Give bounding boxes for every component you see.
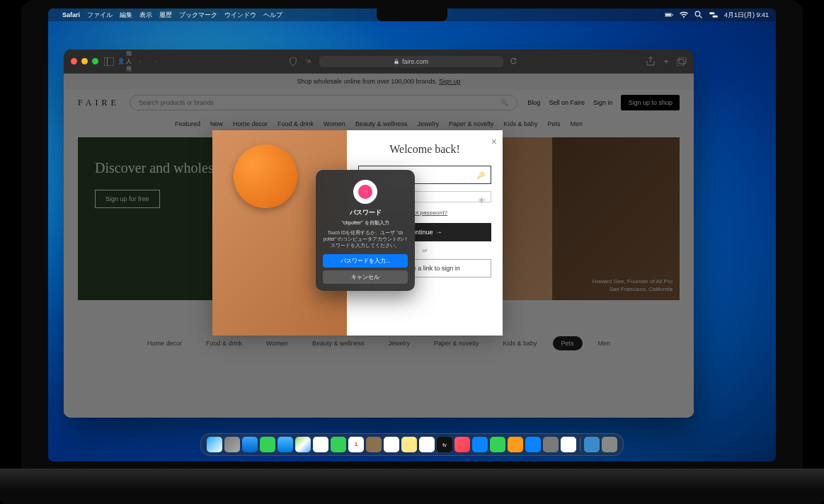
dock-settings[interactable] <box>543 437 559 452</box>
dock-reminders[interactable] <box>384 437 399 452</box>
share-icon[interactable] <box>646 57 656 67</box>
dock-facetime[interactable] <box>331 437 346 452</box>
login-title: Welcome back! <box>358 143 491 156</box>
menubar-file[interactable]: ファイル <box>87 11 113 20</box>
lock-icon <box>394 59 399 64</box>
menubar-bookmarks[interactable]: ブックマーク <box>179 11 217 20</box>
svg-rect-6 <box>712 16 718 18</box>
dock-appstore[interactable] <box>525 437 541 452</box>
svg-rect-5 <box>709 12 715 14</box>
dock-safari[interactable] <box>242 437 258 452</box>
menubar-window[interactable]: ウインドウ <box>224 11 256 20</box>
menubar-app-name[interactable]: Safari <box>62 11 80 18</box>
dock-trash[interactable] <box>602 437 617 452</box>
traffic-lights <box>71 58 98 64</box>
dock-notes[interactable] <box>401 437 417 452</box>
touchid-icon <box>353 180 377 204</box>
dialog-description: Touch IDを使用するか、ユーザ "cb potter" のコンピュータアカ… <box>323 229 408 248</box>
svg-rect-10 <box>677 59 684 66</box>
back-button[interactable]: ‹ <box>135 57 145 67</box>
wifi-icon[interactable] <box>680 11 688 19</box>
spotlight-icon[interactable] <box>694 11 703 19</box>
svg-rect-1 <box>665 14 671 16</box>
dock-keynote[interactable] <box>472 437 488 452</box>
reload-icon[interactable] <box>509 57 519 67</box>
dock-pages[interactable] <box>508 437 523 452</box>
dock: 1 tv <box>200 433 624 456</box>
dialog-subtitle: "cbpotter" を自動入力 <box>323 219 408 227</box>
fullscreen-window-button[interactable] <box>92 58 98 64</box>
laptop-base <box>0 469 824 504</box>
enter-password-button[interactable]: パスワードを入力... <box>323 254 408 268</box>
dock-separator <box>580 438 580 451</box>
svg-rect-7 <box>104 57 114 66</box>
arrow-right-icon: → <box>436 229 442 236</box>
sidebar-icon[interactable] <box>104 57 114 67</box>
tabs-overview-icon[interactable] <box>677 57 687 67</box>
show-password-icon[interactable]: 👁 <box>478 196 486 205</box>
dock-numbers[interactable] <box>490 437 505 452</box>
dock-iphone-mirroring[interactable] <box>561 437 576 452</box>
battery-icon[interactable] <box>665 11 673 19</box>
dialog-title: パスワード <box>323 208 408 217</box>
dock-mail[interactable] <box>277 437 293 452</box>
menubar-history[interactable]: 履歴 <box>159 11 172 20</box>
passkey-icon[interactable]: 🔑 <box>476 171 485 179</box>
svg-line-4 <box>699 16 702 18</box>
control-center-icon[interactable] <box>709 11 718 19</box>
dock-finder[interactable] <box>207 437 222 452</box>
menubar-edit[interactable]: 編集 <box>120 11 132 20</box>
url-text: faire.com <box>402 58 428 65</box>
system-password-dialog: パスワード "cbpotter" を自動入力 Touch IDを使用するか、ユー… <box>316 170 415 291</box>
safari-toolbar: 👤 個人用 ‹ › ᴬA faire.com + <box>64 50 694 74</box>
menubar-help[interactable]: ヘルプ <box>263 11 282 20</box>
minimize-window-button[interactable] <box>81 58 88 64</box>
dock-downloads[interactable] <box>584 437 600 452</box>
menubar-view[interactable]: 表示 <box>139 11 152 20</box>
dock-calendar[interactable]: 1 <box>348 437 364 452</box>
dock-launchpad[interactable] <box>224 437 240 452</box>
close-window-button[interactable] <box>71 58 77 64</box>
svg-rect-11 <box>679 57 686 64</box>
dock-photos[interactable] <box>313 437 328 452</box>
forward-button[interactable]: › <box>151 57 161 67</box>
profile-indicator[interactable]: 👤 個人用 <box>120 57 130 67</box>
dock-freeform[interactable] <box>419 437 435 452</box>
svg-rect-9 <box>394 61 398 64</box>
svg-point-3 <box>695 11 700 16</box>
dock-tv[interactable]: tv <box>437 437 452 452</box>
menubar-datetime[interactable]: 4月1日(月) 9:41 <box>724 11 769 20</box>
dock-music[interactable] <box>454 437 470 452</box>
shield-icon[interactable] <box>288 57 298 67</box>
dock-maps[interactable] <box>295 437 311 452</box>
url-bar[interactable]: faire.com <box>319 56 503 67</box>
text-size-icon[interactable]: ᴬA <box>304 57 314 67</box>
laptop-notch <box>377 8 447 21</box>
dock-contacts[interactable] <box>366 437 382 452</box>
cancel-button[interactable]: キャンセル <box>323 270 408 284</box>
close-icon[interactable]: × <box>491 136 497 147</box>
svg-rect-2 <box>672 14 673 16</box>
add-tab-icon[interactable]: + <box>661 57 671 67</box>
dock-messages[interactable] <box>260 437 275 452</box>
